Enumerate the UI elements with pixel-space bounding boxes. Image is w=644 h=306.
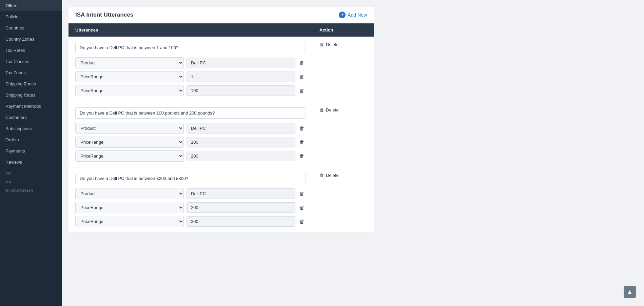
field-type-select-2-2[interactable]: ProductPriceRangeCategoryBrand: [75, 216, 184, 227]
sidebar: OffersPoliciesCountriesCountry ZonesTax …: [0, 0, 62, 306]
page-title: ISA Intent Utterances: [75, 12, 133, 18]
sidebar-item-tax-rates[interactable]: Tax Rates: [0, 45, 62, 56]
sidebar-item-payment-methods[interactable]: Payment Methods: [0, 101, 62, 112]
utterance-block: ProductPriceRangeCategoryBrand🗑ProductPr…: [69, 37, 374, 102]
sidebar-item-country-zones[interactable]: Country Zones: [0, 34, 62, 45]
field-trash-button-0-1[interactable]: 🗑: [298, 73, 306, 81]
delete-utterance-button-0[interactable]: 🗑 Delete: [319, 42, 339, 47]
utterance-field-row: ProductPriceRangeCategoryBrand🗑: [75, 137, 306, 148]
field-trash-button-2-0[interactable]: 🗑: [298, 189, 306, 198]
field-type-select-1-2[interactable]: ProductPriceRangeCategoryBrand: [75, 150, 184, 162]
col-header-action: Action: [313, 23, 374, 37]
utterance-left-2: ProductPriceRangeCategoryBrand🗑ProductPr…: [69, 167, 313, 232]
trash-icon: 🗑: [319, 42, 324, 47]
field-trash-button-1-1[interactable]: 🗑: [298, 138, 306, 146]
field-type-select-0-0[interactable]: ProductPriceRangeCategoryBrand: [75, 57, 184, 68]
sidebar-item-customers[interactable]: Customers: [0, 112, 62, 123]
add-new-button[interactable]: + Add New: [339, 12, 367, 18]
field-type-select-0-2[interactable]: ProductPriceRangeCategoryBrand: [75, 85, 184, 96]
utterance-text-input-1[interactable]: [75, 107, 306, 119]
utterance-text-input-2[interactable]: [75, 173, 306, 184]
field-trash-button-2-1[interactable]: 🗑: [298, 203, 306, 212]
sidebar-item-tax-classes[interactable]: Tax Classes: [0, 56, 62, 67]
sidebar-item-shipping-zones[interactable]: Shipping Zones: [0, 78, 62, 89]
sidebar-item-offers[interactable]: Offers: [0, 0, 62, 11]
utterance-field-row: ProductPriceRangeCategoryBrand🗑: [75, 85, 306, 96]
sidebar-item-reviews[interactable]: Reviews: [0, 157, 62, 168]
field-value-input-1-2[interactable]: [187, 151, 295, 161]
field-type-select-1-1[interactable]: ProductPriceRangeCategoryBrand: [75, 137, 184, 148]
sidebar-item-countries[interactable]: Countries: [0, 22, 62, 34]
utterance-field-row: ProductPriceRangeCategoryBrand🗑: [75, 71, 306, 82]
sidebar-section-vr: VR: [0, 168, 62, 177]
field-type-select-2-1[interactable]: ProductPriceRangeCategoryBrand: [75, 202, 184, 213]
sidebar-item-payments[interactable]: Payments: [0, 145, 62, 157]
utterances-container: ProductPriceRangeCategoryBrand🗑ProductPr…: [69, 37, 374, 233]
utterance-left-0: ProductPriceRangeCategoryBrand🗑ProductPr…: [69, 37, 313, 102]
scroll-top-button[interactable]: ▲: [624, 286, 636, 298]
delete-utterance-button-1[interactable]: 🗑 Delete: [319, 107, 339, 113]
field-trash-button-0-0[interactable]: 🗑: [298, 59, 306, 67]
field-value-input-1-0[interactable]: [187, 123, 295, 134]
table-header: Utterances Action: [69, 23, 374, 37]
field-value-input-0-0[interactable]: [187, 58, 295, 68]
utterance-block: ProductPriceRangeCategoryBrand🗑ProductPr…: [69, 167, 374, 233]
field-trash-button-0-2[interactable]: 🗑: [298, 86, 306, 95]
utterance-field-row: ProductPriceRangeCategoryBrand🗑: [75, 57, 306, 68]
utterance-field-row: ProductPriceRangeCategoryBrand🗑: [75, 202, 306, 213]
field-trash-button-1-2[interactable]: 🗑: [298, 152, 306, 160]
utterance-field-row: ProductPriceRangeCategoryBrand🗑: [75, 188, 306, 199]
field-trash-button-2-2[interactable]: 🗑: [298, 217, 306, 226]
plus-circle-icon: +: [339, 12, 346, 18]
trash-icon: 🗑: [319, 107, 324, 113]
trash-icon: 🗑: [319, 173, 324, 178]
utterance-right-0: 🗑 Delete: [313, 37, 374, 102]
col-header-utterances: Utterances: [69, 23, 313, 37]
field-type-select-1-0[interactable]: ProductPriceRangeCategoryBrand: [75, 123, 184, 134]
utterance-right-2: 🗑 Delete: [313, 167, 374, 232]
utterance-block: ProductPriceRangeCategoryBrand🗑ProductPr…: [69, 102, 374, 167]
field-value-input-0-1[interactable]: [187, 72, 295, 82]
utterance-field-row: ProductPriceRangeCategoryBrand🗑: [75, 123, 306, 134]
field-type-select-2-0[interactable]: ProductPriceRangeCategoryBrand: [75, 188, 184, 199]
field-value-input-2-0[interactable]: [187, 188, 295, 199]
delete-utterance-button-2[interactable]: 🗑 Delete: [319, 173, 339, 178]
utterance-left-1: ProductPriceRangeCategoryBrand🗑ProductPr…: [69, 102, 313, 167]
utterance-right-1: 🗑 Delete: [313, 102, 374, 167]
sidebar-item-subscriptions[interactable]: Subscriptions: [0, 123, 62, 134]
sidebar-item-tax-zones[interactable]: Tax Zones: [0, 67, 62, 78]
sidebar-section-mr: MR: [0, 177, 62, 185]
field-value-input-0-2[interactable]: [187, 85, 295, 96]
field-value-input-2-2[interactable]: [187, 216, 295, 227]
page-card: ISA Intent Utterances + Add New Utteranc…: [69, 7, 374, 233]
sidebar-section-blockchain: BLOCKCHAIN: [0, 185, 62, 194]
field-value-input-2-1[interactable]: [187, 202, 295, 213]
sidebar-item-orders[interactable]: Orders: [0, 134, 62, 145]
field-type-select-0-1[interactable]: ProductPriceRangeCategoryBrand: [75, 71, 184, 82]
sidebar-item-shipping-rates[interactable]: Shipping Rates: [0, 89, 62, 101]
main-content: ISA Intent Utterances + Add New Utteranc…: [62, 0, 644, 306]
field-trash-button-1-0[interactable]: 🗑: [298, 124, 306, 132]
field-value-input-1-1[interactable]: [187, 137, 295, 147]
page-header: ISA Intent Utterances + Add New: [69, 7, 374, 23]
utterance-field-row: ProductPriceRangeCategoryBrand🗑: [75, 150, 306, 162]
utterance-field-row: ProductPriceRangeCategoryBrand🗑: [75, 216, 306, 227]
add-new-label: Add New: [348, 12, 367, 18]
sidebar-item-policies[interactable]: Policies: [0, 11, 62, 22]
utterance-text-input-0[interactable]: [75, 42, 306, 53]
